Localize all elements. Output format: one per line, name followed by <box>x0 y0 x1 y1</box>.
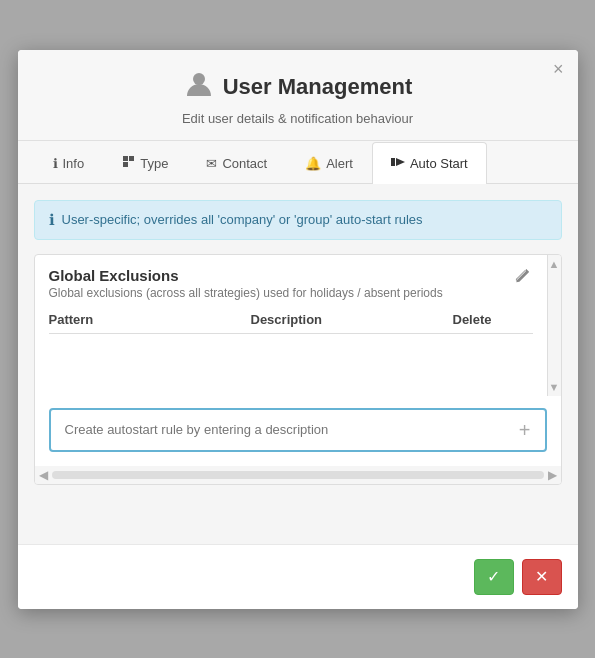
tab-alert-label: Alert <box>326 156 353 171</box>
contact-tab-icon: ✉ <box>206 156 217 171</box>
col-pattern: Pattern <box>49 312 251 327</box>
tab-contact[interactable]: ✉ Contact <box>187 142 286 184</box>
svg-rect-1 <box>123 156 128 161</box>
modal-subtitle: Edit user details & notification behavio… <box>34 111 562 126</box>
panel-subtitle: Global exclusions (across all strategies… <box>49 286 443 300</box>
scroll-up-arrow[interactable]: ▲ <box>549 258 560 270</box>
edit-icon-button[interactable] <box>509 267 533 291</box>
panel-header: Global Exclusions Global exclusions (acr… <box>35 255 547 304</box>
confirm-button[interactable]: ✓ <box>474 559 514 595</box>
info-banner-icon: ℹ <box>49 211 55 229</box>
svg-rect-2 <box>129 156 134 161</box>
modal: User Management Edit user details & noti… <box>18 50 578 609</box>
autostart-tab-icon <box>391 155 405 172</box>
type-tab-icon <box>122 155 135 171</box>
modal-title-row: User Management <box>34 68 562 107</box>
tab-autostart[interactable]: Auto Start <box>372 142 487 184</box>
svg-rect-3 <box>123 162 128 167</box>
cancel-icon: ✕ <box>535 567 548 586</box>
create-rule-row: + <box>49 408 547 452</box>
tab-info-label: Info <box>63 156 85 171</box>
modal-footer: ✓ ✕ <box>18 544 578 609</box>
close-button[interactable]: × <box>553 60 564 78</box>
svg-marker-5 <box>396 158 405 166</box>
scroll-down-arrow[interactable]: ▼ <box>549 381 560 393</box>
modal-header: User Management Edit user details & noti… <box>18 50 578 141</box>
add-rule-button[interactable]: + <box>505 410 545 450</box>
table-header: Pattern Description Delete <box>49 312 533 334</box>
confirm-icon: ✓ <box>487 567 500 586</box>
modal-overlay: User Management Edit user details & noti… <box>0 0 595 658</box>
tab-type-label: Type <box>140 156 168 171</box>
tab-alert[interactable]: 🔔 Alert <box>286 142 372 184</box>
alert-tab-icon: 🔔 <box>305 156 321 171</box>
scroll-right-arrow[interactable]: ▶ <box>548 468 557 482</box>
info-tab-icon: ℹ <box>53 156 58 171</box>
create-rule-input[interactable] <box>51 410 505 449</box>
scrollbar-track <box>52 471 544 479</box>
table-area: Pattern Description Delete <box>35 312 547 396</box>
scroll-left-arrow[interactable]: ◀ <box>39 468 48 482</box>
col-description: Description <box>251 312 453 327</box>
modal-body: ℹ User-specific; overrides all 'company'… <box>18 184 578 544</box>
tab-contact-label: Contact <box>222 156 267 171</box>
tab-type[interactable]: Type <box>103 142 187 184</box>
modal-title: User Management <box>223 74 413 100</box>
panel-title-group: Global Exclusions Global exclusions (acr… <box>49 267 443 300</box>
cancel-button[interactable]: ✕ <box>522 559 562 595</box>
table-body <box>49 334 533 384</box>
global-exclusions-panel: ▲ ▼ Global Exclusions Global exclusions … <box>34 254 562 485</box>
horizontal-scrollbar[interactable]: ◀ ▶ <box>35 466 561 484</box>
svg-rect-4 <box>391 158 395 166</box>
tabs-bar: ℹ Info Type ✉ Contact 🔔 Alert <box>18 141 578 184</box>
vertical-scrollbar[interactable]: ▲ ▼ <box>547 255 561 396</box>
panel-title: Global Exclusions <box>49 267 443 284</box>
svg-point-0 <box>193 73 205 85</box>
col-delete: Delete <box>453 312 533 327</box>
tab-info[interactable]: ℹ Info <box>34 142 104 184</box>
tab-autostart-label: Auto Start <box>410 156 468 171</box>
user-icon <box>183 68 215 107</box>
info-banner-text: User-specific; overrides all 'company' o… <box>62 212 423 227</box>
info-banner: ℹ User-specific; overrides all 'company'… <box>34 200 562 240</box>
